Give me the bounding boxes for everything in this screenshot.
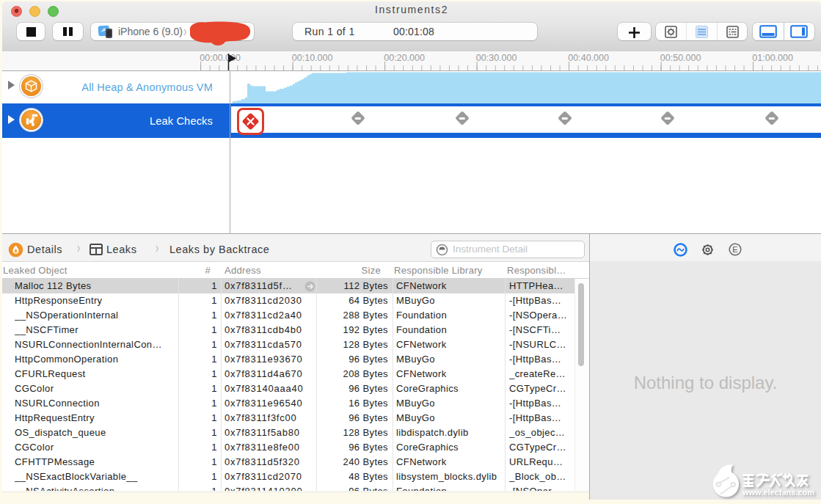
svg-text:E: E <box>732 245 737 254</box>
svg-text:www.elecfans.com: www.elecfans.com <box>742 488 814 497</box>
